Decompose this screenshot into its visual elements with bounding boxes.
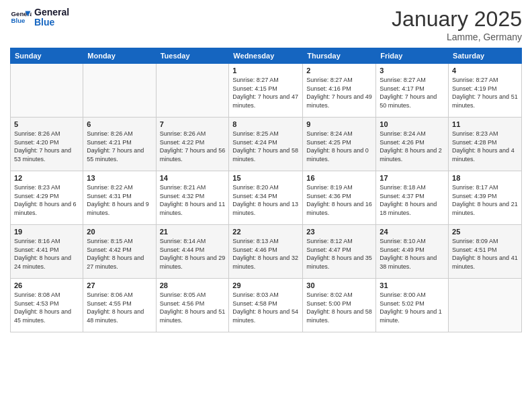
calendar-cell: 20Sunrise: 8:15 AM Sunset: 4:42 PM Dayli… [83,225,156,279]
calendar-cell: 8Sunrise: 8:25 AM Sunset: 4:24 PM Daylig… [229,118,303,171]
day-info: Sunrise: 8:06 AM Sunset: 4:55 PM Dayligh… [87,291,152,324]
logo-blue: Blue [34,17,69,28]
day-info: Sunrise: 8:02 AM Sunset: 5:00 PM Dayligh… [306,291,372,324]
month-title: January 2025 [392,7,522,32]
day-number: 4 [452,66,518,75]
day-info: Sunrise: 8:26 AM Sunset: 4:20 PM Dayligh… [14,130,79,163]
day-info: Sunrise: 8:21 AM Sunset: 4:32 PM Dayligh… [160,183,226,217]
day-info: Sunrise: 8:14 AM Sunset: 4:44 PM Dayligh… [160,237,226,271]
day-number: 2 [306,66,372,75]
calendar-cell: 7Sunrise: 8:26 AM Sunset: 4:22 PM Daylig… [156,118,229,171]
calendar-week-row: 12Sunrise: 8:23 AM Sunset: 4:29 PM Dayli… [11,171,522,225]
calendar-cell: 19Sunrise: 8:16 AM Sunset: 4:41 PM Dayli… [11,225,83,279]
weekday-header: Thursday [303,48,376,64]
calendar-cell: 5Sunrise: 8:26 AM Sunset: 4:20 PM Daylig… [11,118,83,171]
day-number: 24 [380,228,445,236]
calendar-cell: 27Sunrise: 8:06 AM Sunset: 4:55 PM Dayli… [83,279,156,332]
day-info: Sunrise: 8:27 AM Sunset: 4:16 PM Dayligh… [306,76,372,109]
calendar-cell: 23Sunrise: 8:12 AM Sunset: 4:47 PM Dayli… [303,225,376,279]
calendar-cell: 11Sunrise: 8:23 AM Sunset: 4:28 PM Dayli… [449,118,522,171]
calendar-cell: 1Sunrise: 8:27 AM Sunset: 4:15 PM Daylig… [229,64,303,118]
day-number: 23 [306,228,372,236]
day-number: 30 [306,281,372,289]
day-number: 18 [452,174,518,182]
day-info: Sunrise: 8:00 AM Sunset: 5:02 PM Dayligh… [380,291,445,324]
day-number: 14 [160,174,226,182]
calendar-cell: 29Sunrise: 8:03 AM Sunset: 4:58 PM Dayli… [229,279,303,332]
day-info: Sunrise: 8:13 AM Sunset: 4:46 PM Dayligh… [232,237,299,271]
day-number: 26 [14,281,79,289]
day-info: Sunrise: 8:10 AM Sunset: 4:49 PM Dayligh… [380,237,445,271]
calendar-cell: 25Sunrise: 8:09 AM Sunset: 4:51 PM Dayli… [449,225,522,279]
day-info: Sunrise: 8:23 AM Sunset: 4:29 PM Dayligh… [14,183,79,217]
day-info: Sunrise: 8:08 AM Sunset: 4:53 PM Dayligh… [14,291,79,324]
calendar-cell: 10Sunrise: 8:24 AM Sunset: 4:26 PM Dayli… [376,118,449,171]
calendar-cell: 18Sunrise: 8:17 AM Sunset: 4:39 PM Dayli… [449,171,522,225]
calendar-cell: 13Sunrise: 8:22 AM Sunset: 4:31 PM Dayli… [83,171,156,225]
calendar-cell [83,64,156,118]
day-info: Sunrise: 8:25 AM Sunset: 4:24 PM Dayligh… [232,130,299,163]
calendar-cell: 16Sunrise: 8:19 AM Sunset: 4:36 PM Dayli… [303,171,376,225]
calendar: SundayMondayTuesdayWednesdayThursdayFrid… [10,48,522,332]
calendar-cell: 24Sunrise: 8:10 AM Sunset: 4:49 PM Dayli… [376,225,449,279]
day-info: Sunrise: 8:05 AM Sunset: 4:56 PM Dayligh… [160,291,226,324]
calendar-header-row: SundayMondayTuesdayWednesdayThursdayFrid… [11,48,522,64]
day-info: Sunrise: 8:15 AM Sunset: 4:42 PM Dayligh… [87,237,152,271]
day-number: 16 [306,174,372,182]
day-info: Sunrise: 8:03 AM Sunset: 4:58 PM Dayligh… [232,291,299,324]
day-number: 12 [14,174,79,182]
day-number: 31 [380,281,445,289]
calendar-cell: 14Sunrise: 8:21 AM Sunset: 4:32 PM Dayli… [156,171,229,225]
calendar-cell: 15Sunrise: 8:20 AM Sunset: 4:34 PM Dayli… [229,171,303,225]
weekday-header: Sunday [11,48,83,64]
calendar-week-row: 1Sunrise: 8:27 AM Sunset: 4:15 PM Daylig… [11,64,522,118]
day-number: 7 [160,120,226,128]
day-number: 21 [160,228,226,236]
page: General Blue General Blue January 2025 L… [0,0,532,411]
day-info: Sunrise: 8:24 AM Sunset: 4:25 PM Dayligh… [306,130,372,163]
day-info: Sunrise: 8:26 AM Sunset: 4:22 PM Dayligh… [160,130,226,163]
day-number: 19 [14,228,79,236]
logo-icon: General Blue [10,7,32,28]
day-info: Sunrise: 8:26 AM Sunset: 4:21 PM Dayligh… [87,130,152,163]
calendar-cell: 30Sunrise: 8:02 AM Sunset: 5:00 PM Dayli… [303,279,376,332]
day-info: Sunrise: 8:22 AM Sunset: 4:31 PM Dayligh… [87,183,152,217]
svg-text:Blue: Blue [11,17,26,24]
calendar-cell: 12Sunrise: 8:23 AM Sunset: 4:29 PM Dayli… [11,171,83,225]
day-info: Sunrise: 8:20 AM Sunset: 4:34 PM Dayligh… [232,183,299,217]
day-number: 15 [232,174,299,182]
title-block: January 2025 Lamme, Germany [392,7,522,42]
day-info: Sunrise: 8:27 AM Sunset: 4:15 PM Dayligh… [232,76,299,109]
logo: General Blue General Blue [10,7,69,28]
day-info: Sunrise: 8:16 AM Sunset: 4:41 PM Dayligh… [14,237,79,271]
day-number: 28 [160,281,226,289]
header: General Blue General Blue January 2025 L… [10,7,522,42]
calendar-week-row: 19Sunrise: 8:16 AM Sunset: 4:41 PM Dayli… [11,225,522,279]
calendar-cell: 3Sunrise: 8:27 AM Sunset: 4:17 PM Daylig… [376,64,449,118]
calendar-cell: 17Sunrise: 8:18 AM Sunset: 4:37 PM Dayli… [376,171,449,225]
day-number: 10 [380,120,445,128]
calendar-week-row: 5Sunrise: 8:26 AM Sunset: 4:20 PM Daylig… [11,118,522,171]
day-info: Sunrise: 8:27 AM Sunset: 4:19 PM Dayligh… [452,76,518,109]
day-info: Sunrise: 8:19 AM Sunset: 4:36 PM Dayligh… [306,183,372,217]
day-info: Sunrise: 8:12 AM Sunset: 4:47 PM Dayligh… [306,237,372,271]
day-number: 29 [232,281,299,289]
day-number: 11 [452,120,518,128]
day-number: 3 [380,66,445,75]
day-number: 9 [306,120,372,128]
weekday-header: Wednesday [229,48,303,64]
day-number: 17 [380,174,445,182]
calendar-cell: 4Sunrise: 8:27 AM Sunset: 4:19 PM Daylig… [449,64,522,118]
day-number: 25 [452,228,518,236]
day-info: Sunrise: 8:18 AM Sunset: 4:37 PM Dayligh… [380,183,445,217]
calendar-cell: 31Sunrise: 8:00 AM Sunset: 5:02 PM Dayli… [376,279,449,332]
calendar-cell [449,279,522,332]
day-info: Sunrise: 8:09 AM Sunset: 4:51 PM Dayligh… [452,237,518,271]
day-info: Sunrise: 8:23 AM Sunset: 4:28 PM Dayligh… [452,130,518,163]
day-info: Sunrise: 8:17 AM Sunset: 4:39 PM Dayligh… [452,183,518,217]
calendar-cell: 6Sunrise: 8:26 AM Sunset: 4:21 PM Daylig… [83,118,156,171]
day-number: 1 [232,66,299,75]
calendar-cell [11,64,83,118]
day-number: 8 [232,120,299,128]
weekday-header: Friday [376,48,449,64]
